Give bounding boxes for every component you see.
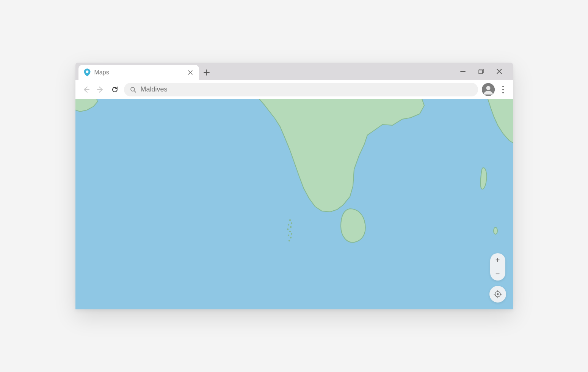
minimize-icon xyxy=(460,69,466,74)
back-arrow-icon xyxy=(82,86,90,93)
address-bar-row xyxy=(75,80,513,99)
avatar-icon xyxy=(482,83,495,96)
browser-window: Maps xyxy=(75,63,513,309)
svg-point-13 xyxy=(287,235,289,236)
zoom-in-button[interactable]: + xyxy=(490,253,505,267)
svg-point-15 xyxy=(288,240,290,241)
locate-icon xyxy=(494,290,502,298)
browser-tab-maps[interactable]: Maps xyxy=(78,65,199,80)
nav-reload-button[interactable] xyxy=(110,84,120,95)
reload-icon xyxy=(111,86,119,93)
maximize-icon xyxy=(478,69,484,74)
window-maximize-button[interactable] xyxy=(477,68,485,75)
address-input[interactable] xyxy=(141,85,472,93)
svg-point-14 xyxy=(290,237,291,238)
nav-forward-button[interactable] xyxy=(95,84,106,95)
new-tab-button[interactable] xyxy=(199,65,214,80)
window-minimize-button[interactable] xyxy=(459,68,467,75)
svg-point-7 xyxy=(290,222,292,224)
svg-point-0 xyxy=(86,71,88,73)
map-viewport[interactable]: + − xyxy=(75,99,513,309)
profile-avatar-button[interactable] xyxy=(482,83,495,96)
pin-icon xyxy=(84,68,91,77)
map-controls: + − xyxy=(489,253,506,303)
nav-back-button[interactable] xyxy=(81,84,91,95)
window-controls xyxy=(459,63,510,80)
locate-me-button[interactable] xyxy=(489,286,506,303)
plus-icon xyxy=(204,69,210,76)
svg-point-10 xyxy=(287,229,288,230)
address-bar[interactable] xyxy=(124,83,478,96)
tab-bar: Maps xyxy=(75,63,513,80)
svg-point-9 xyxy=(290,226,291,228)
forward-arrow-icon xyxy=(97,86,104,93)
tab-title: Maps xyxy=(94,69,183,76)
tab-close-button[interactable] xyxy=(187,69,194,76)
svg-point-8 xyxy=(287,224,289,225)
window-close-button[interactable] xyxy=(495,68,503,75)
zoom-in-label: + xyxy=(495,256,500,265)
browser-menu-button[interactable] xyxy=(499,84,508,95)
land-island-east-2 xyxy=(494,227,497,234)
svg-point-17 xyxy=(497,293,499,295)
svg-point-11 xyxy=(289,231,290,232)
zoom-out-label: − xyxy=(495,270,500,278)
window-close-icon xyxy=(497,69,502,74)
kebab-dot xyxy=(502,92,504,93)
search-icon xyxy=(130,87,136,93)
map-svg xyxy=(75,99,513,309)
svg-point-12 xyxy=(290,233,292,235)
zoom-control: + − xyxy=(490,253,505,281)
kebab-dot xyxy=(502,86,504,87)
svg-rect-2 xyxy=(479,70,483,74)
close-icon xyxy=(188,70,193,75)
zoom-out-button[interactable]: − xyxy=(490,267,505,281)
svg-point-5 xyxy=(486,86,490,90)
svg-point-6 xyxy=(289,219,290,221)
kebab-dot xyxy=(502,89,504,90)
